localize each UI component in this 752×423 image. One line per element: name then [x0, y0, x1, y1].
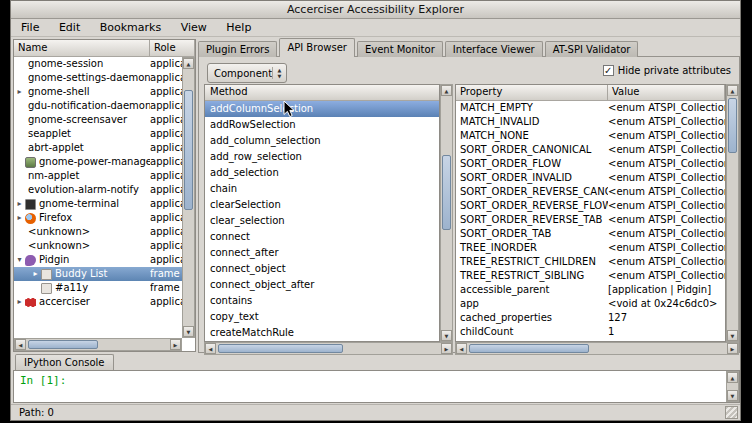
- property-vertical-scrollbar[interactable]: ▲ ▼: [726, 84, 739, 342]
- scroll-right-icon[interactable]: ▶: [170, 339, 181, 350]
- method-list-item[interactable]: clearSelection: [205, 197, 439, 213]
- tab-ipython-console[interactable]: IPython Console: [15, 354, 114, 370]
- resize-grip[interactable]: [725, 406, 738, 419]
- property-row[interactable]: TREE_RESTRICT_CHILDREN <enum ATSPI_Colle…: [456, 255, 725, 269]
- scroll-down-icon[interactable]: ▼: [183, 326, 194, 337]
- column-header-role[interactable]: Role: [150, 40, 195, 57]
- scrollbar-thumb[interactable]: [28, 340, 98, 349]
- titlebar[interactable]: Accerciser Accessibility Explorer: [11, 1, 740, 19]
- scroll-left-icon[interactable]: ◀: [15, 339, 26, 350]
- component-combobox[interactable]: Component ▲▼: [207, 63, 287, 83]
- scroll-up-icon[interactable]: ▲: [727, 372, 738, 383]
- expander-icon[interactable]: ▸: [14, 197, 25, 211]
- ipython-console[interactable]: In [1]: ▲ ▼: [13, 370, 740, 403]
- scroll-up-icon[interactable]: ▲: [183, 58, 194, 69]
- method-list-item[interactable]: connect_after: [205, 245, 439, 261]
- hide-private-checkbox[interactable]: ✓: [603, 65, 614, 76]
- tree-row[interactable]: ▸ gnome-terminal application: [14, 197, 182, 211]
- tree-vertical-scrollbar[interactable]: ▲ ▼: [182, 57, 195, 338]
- method-list-item[interactable]: chain: [205, 181, 439, 197]
- expander-icon[interactable]: ▸: [30, 267, 41, 281]
- scroll-down-icon[interactable]: ▼: [727, 330, 738, 341]
- menu-item[interactable]: Edit: [51, 19, 88, 37]
- tree-row[interactable]: ▸ Firefox application: [14, 211, 182, 225]
- menu-item[interactable]: Help: [218, 19, 259, 37]
- method-list-item[interactable]: add_row_selection: [205, 149, 439, 165]
- tree-horizontal-scrollbar[interactable]: ◀ ▶: [14, 338, 182, 351]
- tree-row[interactable]: abrt-applet application: [14, 141, 182, 155]
- tree-row[interactable]: gnome-screensaver application: [14, 113, 182, 127]
- tree-row[interactable]: gnome-power-manager application: [14, 155, 182, 169]
- scroll-right-icon[interactable]: ▶: [727, 343, 738, 354]
- tree-row[interactable]: ▸ accerciser application: [14, 295, 182, 309]
- plugin-tab[interactable]: Interface Viewer: [445, 41, 543, 57]
- property-row[interactable]: MATCH_NONE <enum ATSPI_Collection_M: [456, 129, 725, 143]
- menu-item[interactable]: View: [173, 19, 215, 37]
- property-row[interactable]: TREE_RESTRICT_SIBLING <enum ATSPI_Collec…: [456, 269, 725, 283]
- method-list-item[interactable]: addColumnSelection: [205, 101, 439, 117]
- plugin-tab[interactable]: Event Monitor: [357, 41, 443, 57]
- property-row[interactable]: SORT_ORDER_REVERSE_TAB <enum ATSPI_Colle…: [456, 213, 725, 227]
- property-row[interactable]: SORT_ORDER_INVALID <enum ATSPI_Collectio…: [456, 171, 725, 185]
- tree-row[interactable]: gnome-session application: [14, 57, 182, 71]
- tree-row[interactable]: gnome-settings-daemon application: [14, 71, 182, 85]
- scroll-down-icon[interactable]: ▼: [441, 330, 452, 341]
- property-row[interactable]: SORT_ORDER_REVERSE_FLOW <enum ATSPI_Coll…: [456, 199, 725, 213]
- tree-row[interactable]: #a11y frame: [14, 281, 182, 295]
- property-row[interactable]: SORT_ORDER_REVERSE_CANONICAL <enum ATSPI…: [456, 185, 725, 199]
- expander-icon[interactable]: ▸: [14, 295, 25, 309]
- scrollbar-thumb[interactable]: [469, 344, 589, 353]
- property-row[interactable]: cached_properties 127: [456, 311, 725, 325]
- property-row[interactable]: SORT_ORDER_CANONICAL <enum ATSPI_Collect…: [456, 143, 725, 157]
- property-row[interactable]: MATCH_INVALID <enum ATSPI_Collection_M: [456, 115, 725, 129]
- expander-icon[interactable]: ▸: [14, 211, 25, 225]
- scroll-up-icon[interactable]: ▲: [727, 85, 738, 96]
- method-list-item[interactable]: connect: [205, 229, 439, 245]
- property-row[interactable]: SORT_ORDER_FLOW <enum ATSPI_Collection_S: [456, 157, 725, 171]
- scroll-left-icon[interactable]: ◀: [456, 343, 467, 354]
- scrollbar-thumb[interactable]: [442, 155, 451, 230]
- property-row[interactable]: accessible_parent [application | Pidgin]: [456, 283, 725, 297]
- tree-row[interactable]: ▸ gnome-shell application: [14, 85, 182, 99]
- menu-item[interactable]: File: [13, 19, 47, 37]
- method-horizontal-scrollbar[interactable]: ◀ ▶: [204, 342, 453, 355]
- tree-row[interactable]: gdu-notification-daemon application: [14, 99, 182, 113]
- tree-row[interactable]: <unknown> application: [14, 225, 182, 239]
- plugin-tab[interactable]: API Browser: [279, 38, 355, 57]
- property-horizontal-scrollbar[interactable]: ◀ ▶: [455, 342, 739, 355]
- method-list-item[interactable]: copy_text: [205, 309, 439, 325]
- scroll-left-icon[interactable]: ◀: [205, 343, 216, 354]
- tree-row[interactable]: seapplet application: [14, 127, 182, 141]
- method-list-item[interactable]: addRowSelection: [205, 117, 439, 133]
- property-row[interactable]: app <void at 0x24c6dc0>: [456, 297, 725, 311]
- plugin-tab[interactable]: AT-SPI Validator: [545, 41, 639, 57]
- method-list-item[interactable]: add_column_selection: [205, 133, 439, 149]
- tree-row[interactable]: ▾ Pidgin application: [14, 253, 182, 267]
- scrollbar-thumb[interactable]: [728, 98, 737, 153]
- plugin-tab[interactable]: Plugin Errors: [198, 41, 277, 57]
- property-row[interactable]: childCount 1: [456, 325, 725, 339]
- method-list-item[interactable]: add_selection: [205, 165, 439, 181]
- column-header-value[interactable]: Value: [608, 85, 725, 101]
- property-row[interactable]: MATCH_EMPTY <enum ATSPI_Collection_M: [456, 101, 725, 115]
- method-list-item[interactable]: contains: [205, 293, 439, 309]
- method-list-item[interactable]: clear_selection: [205, 213, 439, 229]
- tree-row[interactable]: evolution-alarm-notify application: [14, 183, 182, 197]
- scrollbar-thumb[interactable]: [218, 344, 343, 353]
- expander-icon[interactable]: ▸: [14, 85, 25, 99]
- scroll-up-icon[interactable]: ▲: [441, 85, 452, 96]
- method-list-item[interactable]: createMatchRule: [205, 325, 439, 341]
- menu-item[interactable]: Bookmarks: [92, 19, 169, 37]
- scroll-right-icon[interactable]: ▶: [441, 343, 452, 354]
- method-vertical-scrollbar[interactable]: ▲ ▼: [440, 84, 453, 342]
- column-header-name[interactable]: Name: [14, 40, 150, 57]
- tree-row[interactable]: nm-applet application: [14, 169, 182, 183]
- column-header-property[interactable]: Property: [456, 85, 608, 101]
- method-list-item[interactable]: connect_object_after: [205, 277, 439, 293]
- property-row[interactable]: TREE_INORDER <enum ATSPI_Collection_T: [456, 241, 725, 255]
- scroll-down-icon[interactable]: ▼: [727, 390, 738, 401]
- console-vertical-scrollbar[interactable]: ▲ ▼: [726, 371, 739, 402]
- method-list-item[interactable]: connect_object: [205, 261, 439, 277]
- tree-row[interactable]: <unknown> application: [14, 239, 182, 253]
- property-row[interactable]: SORT_ORDER_TAB <enum ATSPI_Collection_S: [456, 227, 725, 241]
